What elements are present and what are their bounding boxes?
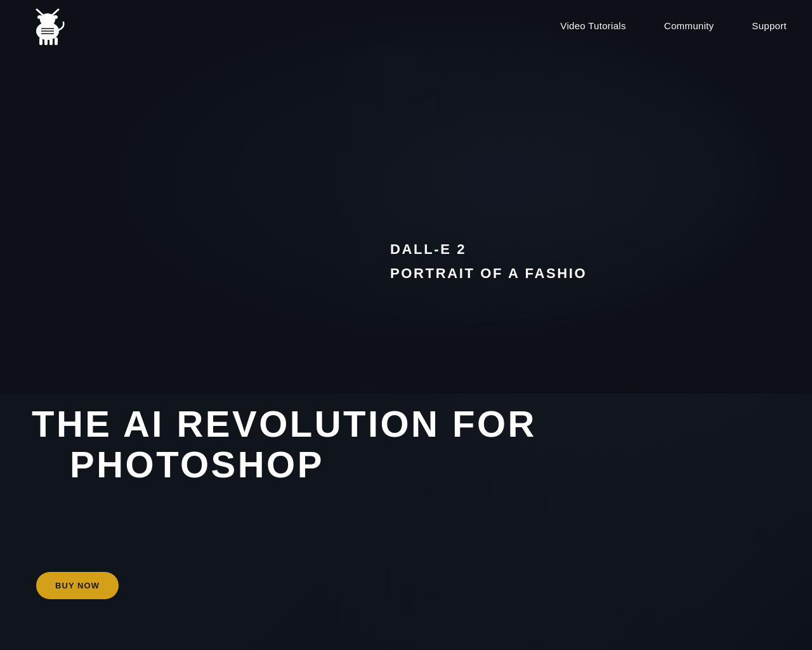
hero-text-overlay: DALL-E 2 PORTRAIT OF A FASHIO: [390, 241, 587, 282]
svg-point-4: [37, 15, 43, 19]
nav-video-tutorials[interactable]: Video Tutorials: [560, 20, 625, 31]
logo-icon: [25, 3, 70, 48]
svg-rect-6: [39, 37, 43, 45]
nav-support[interactable]: Support: [752, 20, 787, 31]
svg-line-2: [37, 10, 43, 15]
navbar: Video Tutorials Community Support: [0, 0, 812, 51]
svg-rect-8: [49, 39, 53, 45]
svg-line-3: [52, 10, 58, 15]
svg-point-5: [53, 15, 58, 19]
nav-community[interactable]: Community: [664, 20, 714, 31]
dall-e-label: DALL-E 2: [390, 241, 587, 258]
buy-now-button[interactable]: BUY NOW: [36, 572, 119, 599]
svg-rect-9: [55, 37, 58, 45]
headline-line2: PHOTOSHOP: [70, 444, 537, 485]
nav-links: Video Tutorials Community Support: [560, 20, 787, 31]
logo[interactable]: [25, 3, 70, 48]
headline-line1: THE AI REVOLUTION FOR: [32, 404, 537, 444]
portrait-label: PORTRAIT OF A FASHIO: [390, 265, 587, 282]
svg-rect-7: [44, 39, 48, 45]
hero-overlay: [0, 0, 812, 650]
hero-cta: BUY NOW: [36, 572, 119, 599]
main-headline: THE AI REVOLUTION FOR PHOTOSHOP: [32, 404, 537, 485]
